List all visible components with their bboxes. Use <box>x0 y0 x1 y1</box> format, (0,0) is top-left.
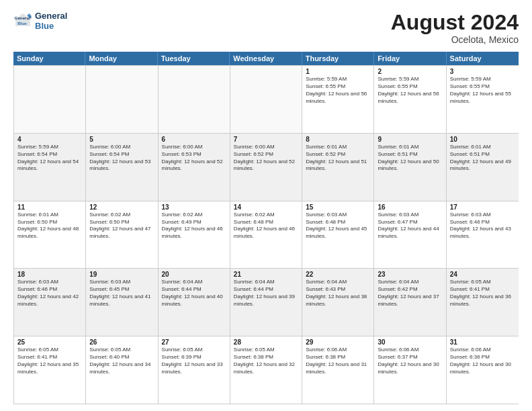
week-row-4: 18Sunrise: 6:03 AMSunset: 6:46 PMDayligh… <box>14 268 519 336</box>
logo-text: General Blue <box>35 11 67 31</box>
header-day-saturday: Saturday <box>447 52 519 65</box>
daylight-text: Daylight: 12 hours and 41 minutes. <box>89 293 154 308</box>
sunrise-text: Sunrise: 6:02 AM <box>162 212 226 219</box>
sunrise-text: Sunrise: 5:59 AM <box>450 76 515 83</box>
sunrise-text: Sunrise: 6:01 AM <box>378 144 442 151</box>
daylight-text: Daylight: 12 hours and 35 minutes. <box>17 361 82 376</box>
table-row: 14Sunrise: 6:02 AMSunset: 6:48 PMDayligh… <box>230 201 302 269</box>
table-row: 2Sunrise: 5:59 AMSunset: 6:55 PMDaylight… <box>374 66 446 133</box>
table-row: 28Sunrise: 6:05 AMSunset: 6:38 PMDayligh… <box>230 336 302 404</box>
table-row: 22Sunrise: 6:04 AMSunset: 6:43 PMDayligh… <box>302 269 374 336</box>
sunrise-text: Sunrise: 6:01 AM <box>17 212 82 219</box>
table-row: 12Sunrise: 6:02 AMSunset: 6:50 PMDayligh… <box>86 201 158 269</box>
logo-line2: Blue <box>35 21 67 31</box>
table-row <box>86 66 158 133</box>
sunset-text: Sunset: 6:44 PM <box>162 286 226 293</box>
sunset-text: Sunset: 6:47 PM <box>378 219 442 226</box>
day-number: 18 <box>17 271 82 278</box>
table-row: 6Sunrise: 6:00 AMSunset: 6:53 PMDaylight… <box>159 134 230 201</box>
sunset-text: Sunset: 6:38 PM <box>234 354 298 361</box>
table-row: 29Sunrise: 6:06 AMSunset: 6:38 PMDayligh… <box>302 336 374 404</box>
daylight-text: Daylight: 12 hours and 51 minutes. <box>306 158 370 173</box>
daylight-text: Daylight: 12 hours and 52 minutes. <box>234 158 298 173</box>
sunrise-text: Sunrise: 6:02 AM <box>89 212 154 219</box>
header: General Blue General Blue August 2024 Oc… <box>13 11 519 45</box>
day-number: 16 <box>378 203 442 211</box>
sunset-text: Sunset: 6:52 PM <box>306 151 370 158</box>
sunrise-text: Sunrise: 6:02 AM <box>234 212 298 219</box>
sunset-text: Sunset: 6:44 PM <box>234 286 298 293</box>
sunset-text: Sunset: 6:50 PM <box>89 219 154 226</box>
table-row: 21Sunrise: 6:04 AMSunset: 6:44 PMDayligh… <box>230 269 302 336</box>
daylight-text: Daylight: 12 hours and 47 minutes. <box>89 226 154 240</box>
daylight-text: Daylight: 12 hours and 54 minutes. <box>17 158 82 173</box>
sunrise-text: Sunrise: 6:05 AM <box>450 279 515 286</box>
table-row: 23Sunrise: 6:04 AMSunset: 6:42 PMDayligh… <box>374 269 446 336</box>
table-row <box>14 66 86 133</box>
table-row: 1Sunrise: 5:59 AMSunset: 6:55 PMDaylight… <box>302 66 374 133</box>
sunset-text: Sunset: 6:37 PM <box>378 354 442 361</box>
daylight-text: Daylight: 12 hours and 32 minutes. <box>234 361 298 376</box>
table-row: 11Sunrise: 6:01 AMSunset: 6:50 PMDayligh… <box>14 201 86 269</box>
table-row: 17Sunrise: 6:03 AMSunset: 6:46 PMDayligh… <box>447 201 519 269</box>
table-row: 3Sunrise: 5:59 AMSunset: 6:55 PMDaylight… <box>447 66 519 133</box>
header-day-tuesday: Tuesday <box>158 52 230 65</box>
daylight-text: Daylight: 12 hours and 36 minutes. <box>450 293 515 308</box>
table-row: 4Sunrise: 5:59 AMSunset: 6:54 PMDaylight… <box>14 134 86 201</box>
page: General Blue General Blue August 2024 Oc… <box>0 0 532 411</box>
table-row: 7Sunrise: 6:00 AMSunset: 6:52 PMDaylight… <box>230 134 302 201</box>
table-row: 18Sunrise: 6:03 AMSunset: 6:46 PMDayligh… <box>14 269 86 336</box>
day-number: 22 <box>306 271 370 278</box>
sunrise-text: Sunrise: 6:01 AM <box>306 144 370 151</box>
sunrise-text: Sunrise: 6:01 AM <box>450 144 515 151</box>
location: Ocelota, Mexico <box>391 34 519 45</box>
sunrise-text: Sunrise: 6:03 AM <box>450 212 515 219</box>
daylight-text: Daylight: 12 hours and 31 minutes. <box>306 361 370 376</box>
day-number: 30 <box>378 338 442 346</box>
sunrise-text: Sunrise: 5:59 AM <box>378 76 442 83</box>
daylight-text: Daylight: 12 hours and 55 minutes. <box>450 91 515 105</box>
daylight-text: Daylight: 12 hours and 33 minutes. <box>162 361 226 376</box>
calendar-header: SundayMondayTuesdayWednesdayThursdayFrid… <box>13 52 519 65</box>
sunrise-text: Sunrise: 6:05 AM <box>17 347 82 354</box>
week-row-2: 4Sunrise: 5:59 AMSunset: 6:54 PMDaylight… <box>14 133 519 201</box>
sunset-text: Sunset: 6:48 PM <box>234 219 298 226</box>
sunset-text: Sunset: 6:46 PM <box>450 219 515 226</box>
sunset-text: Sunset: 6:54 PM <box>89 151 154 158</box>
sunset-text: Sunset: 6:39 PM <box>162 354 226 361</box>
daylight-text: Daylight: 12 hours and 39 minutes. <box>234 293 298 308</box>
sunrise-text: Sunrise: 6:05 AM <box>162 347 226 354</box>
table-row <box>230 66 302 133</box>
table-row: 20Sunrise: 6:04 AMSunset: 6:44 PMDayligh… <box>159 269 230 336</box>
daylight-text: Daylight: 12 hours and 43 minutes. <box>450 226 515 240</box>
sunrise-text: Sunrise: 5:59 AM <box>17 144 82 151</box>
logo: General Blue General Blue <box>13 11 67 31</box>
sunrise-text: Sunrise: 6:06 AM <box>450 347 515 354</box>
sunset-text: Sunset: 6:52 PM <box>234 151 298 158</box>
day-number: 28 <box>234 338 298 346</box>
day-number: 31 <box>450 338 515 346</box>
day-number: 24 <box>450 271 515 278</box>
sunrise-text: Sunrise: 6:03 AM <box>17 279 82 286</box>
daylight-text: Daylight: 12 hours and 45 minutes. <box>306 226 370 240</box>
sunrise-text: Sunrise: 6:06 AM <box>378 347 442 354</box>
table-row: 25Sunrise: 6:05 AMSunset: 6:41 PMDayligh… <box>14 336 86 404</box>
sunset-text: Sunset: 6:46 PM <box>17 286 82 293</box>
sunrise-text: Sunrise: 6:06 AM <box>306 347 370 354</box>
day-number: 5 <box>89 136 154 143</box>
table-row: 13Sunrise: 6:02 AMSunset: 6:49 PMDayligh… <box>159 201 230 269</box>
sunrise-text: Sunrise: 6:04 AM <box>306 279 370 286</box>
sunset-text: Sunset: 6:51 PM <box>378 151 442 158</box>
sunset-text: Sunset: 6:51 PM <box>450 151 515 158</box>
sunset-text: Sunset: 6:55 PM <box>450 83 515 91</box>
day-number: 6 <box>162 136 226 143</box>
sunset-text: Sunset: 6:50 PM <box>17 219 82 226</box>
table-row: 24Sunrise: 6:05 AMSunset: 6:41 PMDayligh… <box>447 269 519 336</box>
daylight-text: Daylight: 12 hours and 52 minutes. <box>162 158 226 173</box>
sunrise-text: Sunrise: 6:00 AM <box>234 144 298 151</box>
sunrise-text: Sunrise: 6:03 AM <box>378 212 442 219</box>
table-row: 26Sunrise: 6:05 AMSunset: 6:40 PMDayligh… <box>86 336 158 404</box>
daylight-text: Daylight: 12 hours and 46 minutes. <box>234 226 298 240</box>
day-number: 12 <box>89 203 154 211</box>
sunrise-text: Sunrise: 6:04 AM <box>234 279 298 286</box>
